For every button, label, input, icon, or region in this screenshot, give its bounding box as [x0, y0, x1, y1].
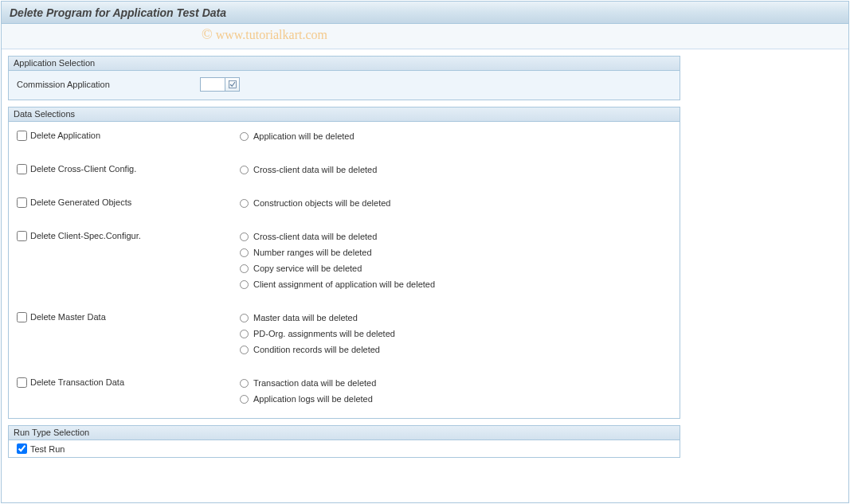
- checkbox-column: Delete Application: [17, 128, 240, 143]
- bullet-icon: [240, 264, 249, 273]
- description-text: Condition records will be deleted: [253, 345, 380, 354]
- title-bar: Delete Program for Application Test Data: [2, 2, 848, 24]
- delete-option-label: Delete Master Data: [30, 312, 106, 322]
- group-header-app-selection: Application Selection: [9, 57, 680, 71]
- svg-rect-0: [229, 81, 236, 88]
- description-item: Application logs will be deleted: [240, 391, 672, 407]
- checkbox-column: Delete Transaction Data: [17, 375, 240, 389]
- checkbox-column: Delete Master Data: [17, 310, 240, 324]
- group-header-data-selections: Data Selections: [9, 107, 680, 122]
- description-item: Condition records will be deleted: [240, 342, 672, 357]
- value-help-button[interactable]: [225, 78, 239, 91]
- bullet-icon: [240, 346, 249, 354]
- description-text: Cross-client data will be deleted: [253, 232, 377, 241]
- field-label-commission-app: Commission Application: [17, 80, 200, 89]
- group-body-data-selections: Delete ApplicationApplication will be de…: [9, 122, 680, 418]
- checkbox-column: Delete Cross-Client Config.: [17, 162, 240, 176]
- commission-app-input[interactable]: [201, 78, 225, 91]
- bullet-icon: [240, 330, 249, 338]
- delete-option-label: Delete Client-Spec.Configur.: [30, 231, 141, 240]
- description-column: Master data will be deletedPD-Org. assig…: [240, 310, 672, 357]
- group-data-selections: Data Selections Delete ApplicationApplic…: [8, 107, 680, 419]
- description-column: Transaction data will be deletedApplicat…: [240, 375, 672, 407]
- bullet-icon: [240, 314, 249, 322]
- description-item: Client assignment of application will be…: [240, 276, 672, 292]
- data-selection-row: Delete Master DataMaster data will be de…: [17, 310, 672, 357]
- description-column: Construction objects will be deleted: [240, 195, 672, 211]
- group-body-app-selection: Commission Application: [9, 71, 680, 100]
- content-area: Application Selection Commission Applica…: [2, 49, 687, 464]
- checkbox-column: Delete Client-Spec.Configur.: [17, 229, 240, 243]
- description-text: Transaction data will be deleted: [253, 378, 376, 388]
- delete-option-checkbox[interactable]: [17, 377, 27, 388]
- description-column: Application will be deleted: [240, 128, 672, 144]
- description-item: Transaction data will be deleted: [240, 375, 672, 391]
- description-text: Master data will be deleted: [253, 313, 358, 322]
- delete-option-label: Delete Application: [30, 131, 100, 140]
- page-title: Delete Program for Application Test Data: [10, 6, 226, 19]
- test-run-label: Test Run: [30, 444, 65, 454]
- delete-option-label: Delete Transaction Data: [30, 377, 124, 387]
- delete-option-checkbox[interactable]: [17, 231, 27, 241]
- bullet-icon: [240, 199, 249, 208]
- description-text: Application logs will be deleted: [253, 394, 373, 404]
- description-item: Number ranges will be deleted: [240, 244, 672, 260]
- delete-option-checkbox[interactable]: [17, 312, 27, 322]
- description-text: Application will be deleted: [253, 131, 354, 141]
- value-help-icon: [228, 80, 237, 89]
- data-selection-row: Delete Generated ObjectsConstruction obj…: [17, 195, 672, 211]
- bullet-icon: [240, 232, 249, 241]
- field-row-commission-app: Commission Application: [17, 76, 672, 93]
- bullet-icon: [240, 166, 249, 174]
- bullet-icon: [240, 132, 249, 141]
- checkbox-column: Delete Generated Objects: [17, 195, 240, 209]
- data-selection-row: Delete Cross-Client Config.Cross-client …: [17, 162, 672, 178]
- group-application-selection: Application Selection Commission Applica…: [8, 56, 680, 100]
- description-text: Number ranges will be deleted: [253, 248, 372, 257]
- description-item: Master data will be deleted: [240, 310, 672, 326]
- test-run-checkbox[interactable]: [17, 443, 27, 454]
- toolbar-strip: [2, 24, 848, 49]
- commission-app-input-group: [200, 77, 240, 92]
- description-item: PD-Org. assignments will be deleted: [240, 326, 672, 342]
- description-item: Application will be deleted: [240, 128, 672, 144]
- description-text: Client assignment of application will be…: [253, 279, 435, 289]
- delete-option-checkbox[interactable]: [17, 131, 27, 141]
- group-header-run-type: Run Type Selection: [9, 426, 680, 440]
- bullet-icon: [240, 248, 249, 257]
- description-item: Construction objects will be deleted: [240, 195, 672, 211]
- bullet-icon: [240, 379, 249, 388]
- description-item: Cross-client data will be deleted: [240, 229, 672, 244]
- description-column: Cross-client data will be deletedNumber …: [240, 229, 672, 292]
- data-selection-row: Delete Client-Spec.Configur.Cross-client…: [17, 229, 672, 292]
- description-text: PD-Org. assignments will be deleted: [253, 329, 395, 338]
- delete-option-checkbox[interactable]: [17, 164, 27, 174]
- bullet-icon: [240, 395, 249, 404]
- description-item: Cross-client data will be deleted: [240, 162, 672, 178]
- group-body-run-type: Test Run: [9, 440, 680, 457]
- window-frame: Delete Program for Application Test Data…: [1, 1, 849, 503]
- description-text: Construction objects will be deleted: [253, 198, 390, 208]
- delete-option-label: Delete Cross-Client Config.: [30, 164, 136, 174]
- delete-option-checkbox[interactable]: [17, 197, 27, 208]
- description-text: Cross-client data will be deleted: [253, 165, 377, 174]
- bullet-icon: [240, 280, 249, 289]
- data-selection-row: Delete ApplicationApplication will be de…: [17, 128, 672, 144]
- description-text: Copy service will be deleted: [253, 264, 362, 273]
- group-run-type: Run Type Selection Test Run: [8, 425, 680, 458]
- test-run-row: Test Run: [17, 443, 672, 454]
- description-item: Copy service will be deleted: [240, 260, 672, 276]
- description-column: Cross-client data will be deleted: [240, 162, 672, 178]
- data-selection-row: Delete Transaction DataTransaction data …: [17, 375, 672, 407]
- delete-option-label: Delete Generated Objects: [30, 197, 131, 207]
